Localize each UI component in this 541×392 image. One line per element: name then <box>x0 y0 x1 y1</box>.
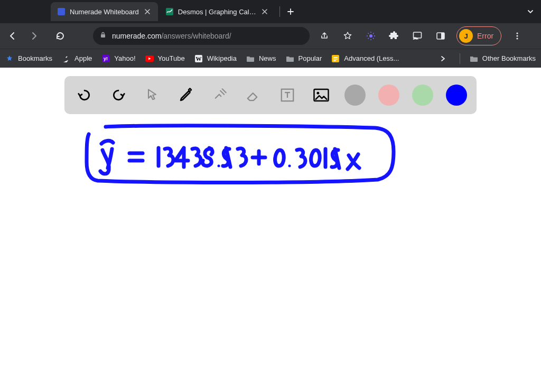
bookmark-label: YouTube <box>158 54 185 62</box>
side-panel-icon[interactable] <box>433 29 448 43</box>
bookmark-wikipedia[interactable]: W Wikipedia <box>194 54 237 63</box>
avatar: J <box>459 29 473 43</box>
window-expand-icon[interactable] <box>520 1 541 22</box>
close-icon[interactable] <box>260 7 269 16</box>
whiteboard-canvas[interactable] <box>0 68 541 392</box>
svg-rect-18 <box>333 59 338 60</box>
tab-strip: Numerade Whiteboard Desmos | Graphing Ca… <box>0 0 541 23</box>
tab-title: Numerade Whiteboard <box>70 8 139 16</box>
folder-icon <box>246 54 255 63</box>
new-tab-button[interactable] <box>283 4 298 19</box>
divider <box>460 53 460 64</box>
bookmark-label: Advanced (Less... <box>344 54 399 62</box>
svg-point-24 <box>288 165 291 167</box>
bookmark-label: Popular <box>299 54 322 62</box>
lock-icon <box>99 31 107 41</box>
bookmark-yahoo[interactable]: y! Yahoo! <box>101 54 135 63</box>
svg-point-9 <box>517 35 518 36</box>
svg-rect-2 <box>101 34 105 38</box>
wikipedia-icon: W <box>194 54 203 63</box>
star-icon <box>5 54 14 63</box>
bookmark-bookmarks[interactable]: Bookmarks <box>5 54 52 63</box>
svg-text:W: W <box>195 55 201 62</box>
svg-rect-0 <box>58 8 65 15</box>
bookmark-apple[interactable]: Apple <box>62 54 92 63</box>
bookmark-label: Apple <box>74 54 92 62</box>
address-bar[interactable]: numerade.com/answers/whiteboard/ <box>93 27 310 45</box>
bookmark-news[interactable]: News <box>246 54 276 63</box>
bookmark-label: Yahoo! <box>114 54 135 62</box>
profile-error-pill[interactable]: J Error <box>456 26 501 45</box>
bookmark-label: News <box>259 54 276 62</box>
error-label: Error <box>477 32 493 40</box>
url-text: numerade.com/answers/whiteboard/ <box>112 32 231 40</box>
tab-desmos[interactable]: Desmos | Graphing Calculato <box>159 2 275 21</box>
other-bookmarks[interactable]: Other Bookmarks <box>470 54 536 63</box>
bookmark-label: Bookmarks <box>18 54 52 62</box>
share-icon[interactable] <box>317 29 332 43</box>
yahoo-icon: y! <box>101 54 110 63</box>
kebab-menu-icon[interactable] <box>510 29 525 43</box>
svg-point-23 <box>218 165 220 167</box>
cast-icon[interactable] <box>410 29 425 43</box>
svg-point-8 <box>517 32 518 34</box>
bookmark-advanced[interactable]: Advanced (Less... <box>331 54 399 63</box>
favicon-icon <box>165 7 174 16</box>
bookmarks-overflow-icon[interactable] <box>435 51 450 66</box>
bookmarks-bar: Bookmarks Apple y! Yahoo! YouTube W Wiki… <box>0 49 541 68</box>
svg-rect-17 <box>333 57 338 58</box>
tab-numerade[interactable]: Numerade Whiteboard <box>51 2 158 21</box>
forward-button[interactable] <box>24 26 43 45</box>
page-content <box>0 68 541 392</box>
svg-rect-7 <box>441 33 444 39</box>
favicon-icon <box>57 7 66 16</box>
extension-sun-icon[interactable] <box>363 29 378 43</box>
tab-title: Desmos | Graphing Calculato <box>178 8 256 16</box>
tab-divider <box>279 6 280 17</box>
apple-icon <box>62 54 70 63</box>
bookmark-popular[interactable]: Popular <box>286 54 322 63</box>
reload-button[interactable] <box>51 26 70 45</box>
youtube-icon <box>145 54 154 63</box>
extensions-puzzle-icon[interactable] <box>387 29 402 43</box>
folder-icon <box>470 54 478 63</box>
browser-toolbar: numerade.com/answers/whiteboard/ J <box>0 23 541 49</box>
svg-text:y!: y! <box>104 56 108 61</box>
gdoc-icon <box>331 54 340 63</box>
svg-rect-19 <box>333 60 336 61</box>
handwriting-svg <box>79 123 407 197</box>
bookmark-star-icon[interactable] <box>340 29 355 43</box>
bookmark-label: Other Bookmarks <box>482 54 536 62</box>
svg-point-10 <box>517 38 518 39</box>
svg-point-3 <box>369 34 372 38</box>
back-button[interactable] <box>3 26 22 45</box>
folder-icon <box>286 54 294 63</box>
bookmark-label: Wikipedia <box>207 54 237 62</box>
close-icon[interactable] <box>143 7 152 16</box>
svg-point-5 <box>414 39 415 40</box>
bookmark-youtube[interactable]: YouTube <box>145 54 185 63</box>
